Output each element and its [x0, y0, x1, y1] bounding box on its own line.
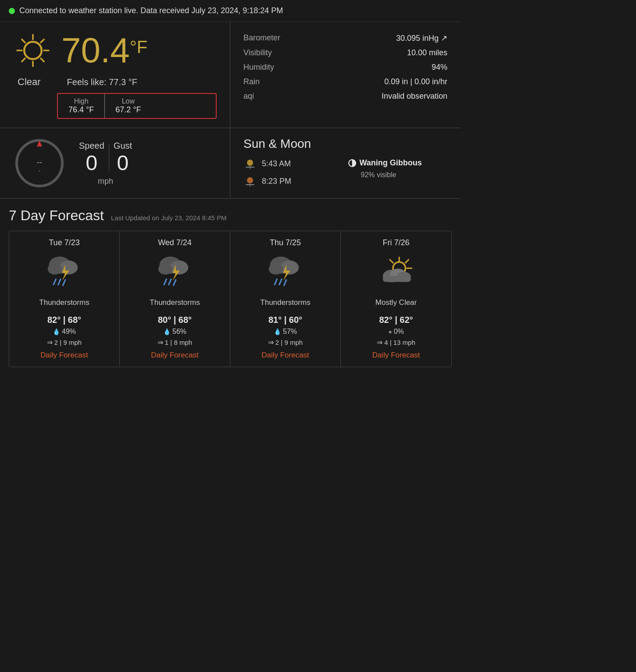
- svg-rect-15: [246, 167, 254, 168]
- svg-line-7: [41, 39, 44, 43]
- forecast-grid: Tue 7/23 Thunderstorms 82° | 68° 💧 49%: [9, 231, 452, 367]
- moon-col: ◑ Waning Gibbous 92% visible: [348, 157, 448, 188]
- forecast-condition-1: Thunderstorms: [150, 293, 200, 312]
- high-value: 76.4 °F: [68, 105, 94, 114]
- svg-line-6: [41, 58, 44, 61]
- moon-visible: 92% visible: [361, 171, 397, 179]
- sun-moon-section: Sun & Moon 5:43 AM: [230, 128, 461, 198]
- low-box: Low 67.2 °F: [105, 94, 151, 118]
- svg-line-39: [284, 280, 286, 285]
- wind-data: Speed 0 Gust 0 mph: [79, 141, 132, 186]
- temperature-display: 70.4°F: [61, 33, 147, 68]
- connection-bar: Connected to weather station live. Data …: [0, 0, 461, 22]
- wind-gust-label: Gust: [114, 141, 132, 151]
- high-low-box: High 76.4 °F Low 67.2 °F: [57, 93, 217, 119]
- sunrise-row: 5:43 AM: [243, 157, 343, 170]
- barometer-label: Barometer: [243, 33, 305, 43]
- sunrise-icon: [243, 157, 257, 170]
- sunset-icon: [243, 175, 257, 188]
- svg-text:--: --: [37, 158, 42, 167]
- main-weather-section: 70.4°F Clear Feels like: 77.3 °F High 76…: [0, 22, 461, 199]
- sun-icon: [13, 31, 53, 70]
- wind-arrow-icon-2: ⇒: [268, 338, 274, 347]
- sunrise-time: 5:43 AM: [262, 159, 291, 168]
- svg-line-23: [54, 279, 56, 284]
- svg-line-37: [275, 279, 277, 284]
- forecast-wind-3: ⇒ 4 | 13 mph: [377, 338, 415, 347]
- svg-line-25: [63, 280, 65, 285]
- moon-phase-icon: ◑: [348, 157, 356, 168]
- wind-gust-value: 0: [114, 151, 132, 175]
- daily-forecast-link-2[interactable]: Daily Forecast: [261, 351, 309, 360]
- svg-line-30: [164, 279, 166, 284]
- svg-point-35: [268, 264, 282, 275]
- daily-forecast-link-1[interactable]: Daily Forecast: [151, 351, 199, 360]
- low-label: Low: [115, 97, 141, 105]
- forecast-precip-0: 💧 49%: [53, 328, 76, 336]
- forecast-wind-0: ⇒ 2 | 9 mph: [47, 338, 82, 347]
- forecast-card-3: Fri 7/26 Mostly Clear 82° | 62°: [341, 231, 451, 367]
- wind-gust-col: Gust 0: [114, 141, 132, 175]
- weather-top: 70.4°F: [13, 31, 217, 70]
- svg-point-21: [47, 264, 61, 275]
- forecast-section: 7 Day Forecast Last Updated on July 23, …: [0, 199, 461, 372]
- forecast-day-0: Tue 7/23: [49, 238, 79, 247]
- moon-phase-label: Waning Gibbous: [360, 158, 422, 168]
- low-value: 67.2 °F: [115, 105, 141, 114]
- thunderstorm-icon-0: [45, 253, 84, 288]
- forecast-temps-2: 81° | 60°: [268, 315, 302, 325]
- thunderstorm-icon-2: [266, 253, 305, 288]
- forecast-condition-3: Mostly Clear: [375, 293, 417, 312]
- svg-line-44: [390, 260, 393, 263]
- svg-point-34: [280, 261, 299, 275]
- aqi-row: aqi Invalid observation: [243, 89, 447, 104]
- forecast-title: 7 Day Forecast: [9, 207, 104, 224]
- daily-forecast-link-3[interactable]: Daily Forecast: [372, 351, 420, 360]
- humidity-value: 94%: [432, 63, 447, 72]
- barometer-row: Barometer 30.095 inHg ↗: [243, 31, 447, 46]
- rain-row: Rain 0.09 in | 0.00 in/hr: [243, 75, 447, 89]
- forecast-temps-0: 82° | 68°: [47, 315, 81, 325]
- svg-rect-49: [383, 276, 411, 282]
- forecast-wind-1: ⇒ 1 | 8 mph: [157, 338, 192, 347]
- wind-speed-col: Speed 0: [79, 141, 104, 175]
- svg-line-38: [279, 279, 281, 284]
- sun-moon-title: Sun & Moon: [243, 137, 447, 151]
- svg-point-13: [247, 160, 253, 166]
- visibility-row: Visibility 10.00 miles: [243, 46, 447, 60]
- forecast-condition-2: Thunderstorms: [260, 293, 310, 312]
- temperature-value: 70.4: [61, 31, 130, 70]
- forecast-card-2: Thu 7/25 Thunderstorms 81° | 60° 💧 57% ⇒: [230, 231, 341, 367]
- rain-label: Rain: [243, 77, 305, 86]
- forecast-last-updated: Last Updated on July 23, 2024 8:45 PM: [111, 214, 227, 222]
- visibility-value: 10.00 miles: [407, 48, 447, 57]
- forecast-day-3: Fri 7/26: [382, 238, 409, 247]
- aqi-value: Invalid observation: [382, 92, 447, 101]
- forecast-temps-1: 80° | 68°: [158, 315, 192, 325]
- feels-like: Feels like: 77.3 °F: [67, 77, 137, 87]
- svg-point-0: [24, 42, 42, 59]
- forecast-card-1: Wed 7/24 Thunderstorms 80° | 68° 💧 56% ⇒: [120, 231, 230, 367]
- svg-line-32: [173, 280, 175, 285]
- humidity-label: Humidity: [243, 63, 305, 72]
- forecast-precip-1: 💧 56%: [163, 328, 186, 336]
- svg-line-31: [168, 279, 171, 284]
- wind-gauge-icon: -- -: [13, 137, 66, 189]
- svg-point-20: [59, 261, 78, 275]
- aqi-label: aqi: [243, 92, 305, 101]
- humidity-row: Humidity 94%: [243, 60, 447, 75]
- visibility-label: Visibility: [243, 48, 305, 57]
- daily-forecast-link-0[interactable]: Daily Forecast: [40, 351, 88, 360]
- wind-arrow-icon-0: ⇒: [47, 338, 53, 347]
- wind-divider: [109, 145, 109, 171]
- forecast-precip-3: ● 0%: [388, 328, 404, 336]
- forecast-day-2: Thu 7/25: [270, 238, 301, 247]
- svg-line-41: [405, 260, 408, 263]
- wind-arrow-icon-3: ⇒: [377, 338, 382, 347]
- sun-moon-grid: 5:43 AM 8:23 PM ◑ Waning Gibbous: [243, 157, 447, 188]
- rain-value: 0.09 in | 0.00 in/hr: [384, 77, 447, 86]
- wind-arrow-icon-1: ⇒: [157, 338, 163, 347]
- rain-drop-icon-0: 💧: [53, 328, 60, 335]
- rain-drop-icon-2: 💧: [274, 328, 281, 335]
- svg-text:-: -: [39, 167, 41, 174]
